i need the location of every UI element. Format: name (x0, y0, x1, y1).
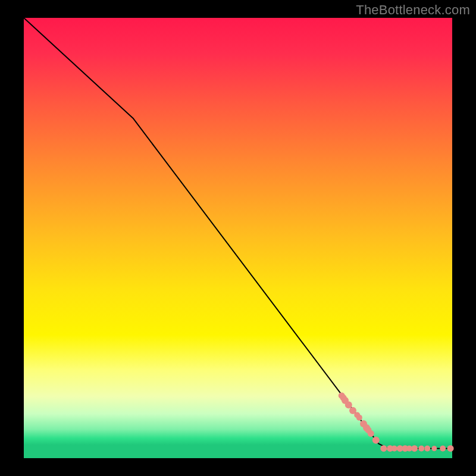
watermark-text: TheBottleneck.com (356, 2, 470, 18)
bottleneck-chart (0, 0, 476, 476)
data-marker (418, 446, 424, 452)
data-marker (447, 445, 454, 452)
data-marker (356, 415, 362, 421)
data-marker (380, 445, 387, 452)
data-marker (411, 445, 418, 452)
chart-frame: { "watermark": "TheBottleneck.com", "cha… (0, 0, 476, 476)
data-marker (424, 446, 430, 452)
plot-background (24, 18, 452, 458)
data-marker (392, 446, 397, 452)
data-marker (372, 437, 380, 444)
data-marker (368, 430, 374, 437)
data-marker (345, 402, 352, 409)
data-marker (431, 446, 437, 451)
data-marker (440, 446, 446, 452)
